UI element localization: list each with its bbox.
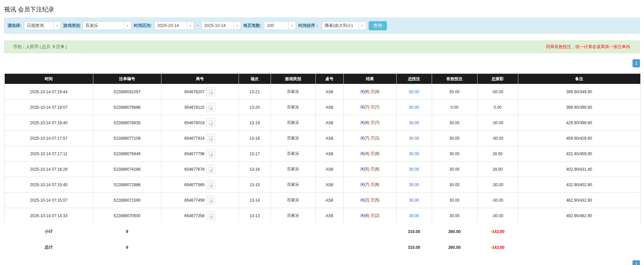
result-player-label: 闲 [360,167,364,171]
result-banker-label: 庄 [370,198,374,202]
cell-payout: 28.50 [477,162,518,177]
total-bet-link[interactable]: 30.00 [409,136,419,141]
table-row[interactable]: 2025-10-14 07:14:33 522889070500 6546773… [4,208,640,224]
cell-table-no: AS6 [315,146,343,162]
chevron-down-icon: ▼ [53,22,61,30]
total-bet-link[interactable]: 30.00 [409,213,419,218]
total-bet-link[interactable]: 30.00 [409,152,419,156]
cell-valid-bet: 30.00 [432,193,477,208]
table-row[interactable]: 2025-10-14 07:17:57 522889077106 6546779… [4,131,640,146]
round-id-text: 654677358 [184,213,205,218]
table-row[interactable]: 2025-10-14 07:16:29 522889074266 6546776… [4,162,640,177]
cell-session: 13-19 [239,115,271,131]
cell-total-bet: 30.00 [396,146,432,162]
cell-bet-id: 522889078835 [93,115,161,131]
cell-round-id: 654677796 [161,146,239,162]
table-row[interactable]: 2025-10-14 07:15:45 522889072886 6546775… [4,177,640,193]
table-row[interactable]: 2025-10-14 07:19:44 522889081057 6546782… [4,84,640,100]
video-record-button[interactable] [206,87,215,96]
cell-payout: -30.00 [477,177,518,193]
round-id-text: 654677796 [184,152,205,156]
total-bet-link[interactable]: 30.00 [409,167,419,172]
result-banker-label: 庄 [370,182,374,187]
video-record-button[interactable] [206,149,215,158]
table-row[interactable]: 2025-10-14 07:19:07 522889079866 6546781… [4,100,640,115]
result-banker-points: (8) [374,151,379,156]
cell-total-bet: 50.00 [396,100,432,115]
cell-payout: -30.00 [477,131,518,146]
cell-table-no: AS6 [315,84,343,100]
cell-session: 13-20 [239,100,271,115]
cell-result: 闲(6) 庄(2) [343,208,396,224]
video-record-button[interactable] [206,196,215,205]
date-from-input[interactable]: 2025-10-14 ▼ [154,21,194,30]
header-valid-bet: 有效投注 [432,74,477,84]
round-id-text: 654677459 [184,198,205,203]
total-label: 总计 [4,239,93,255]
subtotal-label: 小计 [4,224,93,239]
cell-session: 13-18 [239,131,271,146]
cell-bet-id: 522889074266 [93,162,161,177]
round-id-text: 654677914 [184,136,205,141]
result-banker-label: 庄 [370,105,374,109]
video-record-button[interactable] [206,118,215,127]
total-bet-link[interactable]: 50.00 [409,90,419,94]
query-type-select[interactable]: 日期查询 ▼ [24,21,61,30]
result-player-points: (6) [364,213,369,218]
total-bet-link[interactable]: 30.00 [409,121,419,125]
search-button[interactable]: 查询 [369,21,387,30]
cell-game-type: 百家乐 [271,177,315,193]
cell-session: 13-15 [239,177,271,193]
video-record-button[interactable] [206,211,215,220]
cell-bet-id: 522889071590 [93,193,161,208]
total-row: 总计 9 310.00 260.00 -143.00 [4,239,640,255]
video-file-icon [208,151,214,157]
sort-order-select[interactable]: 降幂(由大到小) ▼ [322,21,366,30]
result-player-label: 闲 [360,120,364,125]
summary-bar: 币别：人民币 | 总共 :9 注单 | 同局有效投注，统一计算在该局第一张注单内 [4,40,640,53]
date-to-input[interactable]: 2025-10-14 ▼ [201,21,241,30]
cell-valid-bet: 0.00 [432,100,477,115]
page-1-button[interactable]: 1 [633,260,640,265]
table-row[interactable]: 2025-10-14 07:18:40 522889078835 6546780… [4,115,640,131]
page-1-button[interactable]: 1 [633,59,640,67]
total-bet-link[interactable]: 50.00 [409,105,419,110]
cell-game-type: 百家乐 [271,115,315,131]
cell-result: 闲(4) 庄(8) [343,146,396,162]
cell-remark: 492.90/462.90 [518,208,640,224]
header-session: 场次 [239,74,271,84]
video-record-button[interactable] [206,180,215,189]
cell-result: 闲(6) 庄(7) [343,115,396,131]
video-file-icon [208,167,214,172]
cell-payout: -30.00 [477,193,518,208]
cell-round-id: 654678207 [161,84,239,100]
date-range-separator: ~ [196,23,199,28]
result-player-points: (4) [364,151,369,156]
result-player-label: 闲 [360,151,364,156]
page-size-label: 每页笔数: [243,23,262,29]
result-player-label: 闲 [360,182,364,187]
cell-valid-bet: 30.00 [432,177,477,193]
filter-bar: 请选择: 日期查询 ▼ 游戏类别 百家乐 ▼ 时间区间: 2025-10-14 … [4,18,640,34]
cell-time: 2025-10-14 07:15:45 [4,177,93,193]
subtotal-row: 小计 9 310.00 260.00 -143.00 [4,224,640,239]
cell-time: 2025-10-14 07:17:57 [4,131,93,146]
table-row[interactable]: 2025-10-14 07:15:07 522889071590 6546774… [4,193,640,208]
chevron-down-icon: ▼ [359,22,366,30]
table-row[interactable]: 2025-10-14 07:17:11 522889075649 6546777… [4,146,640,162]
video-record-button[interactable] [206,134,215,143]
result-banker-points: (7) [374,105,379,109]
cell-bet-id: 522889081057 [93,84,161,100]
total-bet-link[interactable]: 30.00 [409,198,419,203]
header-bet-id: 注单编号 [93,74,161,84]
video-file-icon [208,182,214,188]
video-record-button[interactable] [206,103,215,112]
total-bet-link[interactable]: 30.00 [409,183,419,187]
game-type-select[interactable]: 百家乐 ▼ [83,21,131,30]
cell-bet-id: 522889077106 [93,131,161,146]
cell-time: 2025-10-14 07:15:07 [4,193,93,208]
video-record-button[interactable] [206,165,215,174]
page-size-select[interactable]: 100 ▼ [264,21,296,30]
page: 视讯 会员下注纪录 请选择: 日期查询 ▼ 游戏类别 百家乐 ▼ 时间区间: 2… [0,5,644,265]
cell-game-type: 百家乐 [271,162,315,177]
